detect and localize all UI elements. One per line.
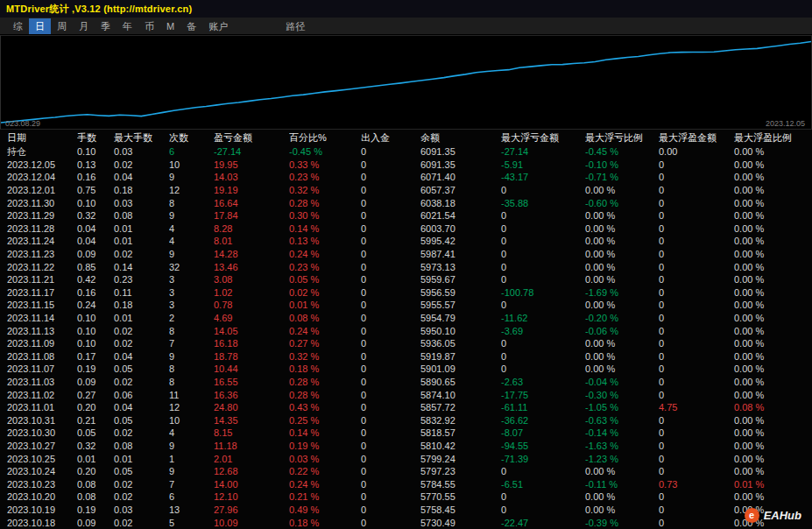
table-cell: 4: [169, 223, 214, 234]
table-cell: 3: [169, 300, 214, 310]
table-cell: 0.00 %: [734, 377, 812, 387]
table-row[interactable]: 2023.10.270.320.08911.180.19 %05810.42-9…: [7, 440, 812, 453]
menu-item-日[interactable]: 日: [29, 18, 51, 34]
table-row[interactable]: 2023.11.170.160.1131.020.02 %05956.59-10…: [7, 286, 812, 300]
table-row[interactable]: 2023.10.200.080.02612.100.21 %05770.5500…: [7, 490, 812, 504]
table-row[interactable]: 2023.11.230.090.02914.280.24 %05987.4100…: [7, 248, 812, 261]
table-row[interactable]: 2023.11.030.090.02816.550.28 %05890.65-2…: [7, 376, 812, 389]
table-row[interactable]: 2023.11.020.270.061116.360.28 %05874.10-…: [7, 388, 812, 401]
table-cell: 0: [501, 223, 585, 234]
table-row[interactable]: 2023.11.280.040.0148.280.14 %06003.7000.…: [7, 222, 812, 236]
table-row[interactable]: 2023.12.040.160.04914.030.23 %06071.40-4…: [7, 171, 812, 184]
table-row[interactable]: 2023.11.010.200.041224.800.43 %05857.72-…: [7, 401, 812, 414]
table-cell: 0.18 %: [289, 363, 361, 374]
table-cell: 5901.09: [420, 363, 501, 374]
table-row[interactable]: 2023.10.180.090.02510.090.18 %05730.49-2…: [7, 516, 812, 529]
table-cell: 0: [361, 159, 420, 170]
chart-start-date-label: 023.08.29: [5, 119, 40, 128]
table-cell: 0: [659, 249, 734, 259]
table-cell: 0.00 %: [734, 223, 812, 234]
table-cell: 0.05: [114, 415, 169, 426]
table-row[interactable]: 2023.11.290.320.08917.840.30 %06021.5400…: [7, 209, 812, 222]
equity-chart: 023.08.29 2023.12.05: [0, 35, 812, 130]
table-cell: 0.28 %: [289, 198, 361, 208]
table-row[interactable]: 2023.11.080.170.04918.780.32 %05919.8700…: [7, 350, 812, 363]
table-cell: 6057.37: [420, 185, 501, 195]
table-cell: 10: [169, 415, 214, 426]
table-row[interactable]: 2023.10.250.010.0112.010.03 %05799.24-71…: [7, 452, 812, 465]
menu-item-备[interactable]: 备: [180, 18, 202, 34]
table-cell: 0.00 %: [734, 454, 812, 464]
table-cell: 0: [361, 262, 420, 272]
table-cell: -0.20 %: [585, 313, 659, 323]
table-row[interactable]: 2023.11.130.100.02814.050.24 %05950.10-3…: [7, 324, 812, 337]
menu-item-季[interactable]: 季: [95, 18, 117, 34]
table-row[interactable]: 2023.11.140.100.0124.690.08 %05954.79-11…: [7, 312, 812, 325]
table-cell: 0: [501, 300, 585, 310]
table-cell: -0.14 %: [585, 427, 659, 438]
table-cell: 19.19: [214, 185, 289, 195]
table-row[interactable]: 2023.11.240.040.0148.010.13 %05995.4200.…: [7, 235, 812, 248]
table-row[interactable]: 2023.12.010.750.181219.190.32 %06057.370…: [7, 184, 812, 197]
table-cell: 13.46: [214, 262, 289, 272]
table-cell: 0.03: [114, 146, 169, 157]
menu-item-月[interactable]: 月: [73, 18, 95, 34]
table-cell: 0.00 %: [734, 274, 812, 285]
table-cell: 0: [659, 185, 734, 195]
table-row[interactable]: 2023.10.240.200.05912.680.22 %05797.2300…: [7, 465, 812, 478]
table-cell: 0.10: [77, 326, 114, 336]
table-row[interactable]: 2023.10.310.210.051014.350.25 %05832.92-…: [7, 413, 812, 427]
table-cell: 0.20: [77, 466, 114, 476]
menu-item-币[interactable]: 币: [138, 18, 160, 34]
title-bar: MTDriver统计 ,V3.12 (http://mtdriver.cn): [0, 0, 812, 18]
table-row[interactable]: 2023.10.300.050.0248.150.14 %05818.57-8.…: [7, 427, 812, 440]
menu-item-综[interactable]: 综: [7, 18, 29, 34]
menu-item-年[interactable]: 年: [117, 18, 138, 34]
menu-item-路径[interactable]: 路径: [279, 18, 311, 34]
table-row[interactable]: 2023.11.300.100.03816.640.28 %06038.18-3…: [7, 196, 812, 209]
table-cell: -1.63 %: [585, 441, 659, 451]
table-cell: 0: [501, 236, 585, 246]
table-row[interactable]: 2023.11.150.240.1830.780.01 %05955.5700.…: [7, 299, 812, 312]
table-cell: 0.00 %: [734, 338, 812, 349]
table-cell: 0: [361, 491, 420, 502]
eahub-label: EAHub: [764, 509, 801, 522]
table-row[interactable]: 持仓0.100.036-27.14-0.45 %06091.35-27.14-0…: [7, 145, 812, 159]
table-cell: -0.60 %: [585, 198, 659, 208]
table-cell: 0: [659, 287, 734, 298]
menu-item-M[interactable]: M: [160, 18, 180, 34]
table-cell: 17.84: [214, 210, 289, 221]
table-cell: 2023.10.19: [7, 504, 77, 515]
table-row[interactable]: 2023.11.070.190.05810.440.18 %05901.0900…: [7, 363, 812, 376]
table-cell: 0.02: [114, 518, 169, 528]
table-cell: 0.00 %: [734, 236, 812, 246]
table-cell: 5995.42: [420, 236, 501, 246]
menu-item-周[interactable]: 周: [51, 18, 73, 34]
table-cell: 持仓: [7, 145, 77, 159]
column-header-count: 次数: [169, 131, 214, 145]
column-header-balance: 余额: [420, 131, 501, 145]
table-cell: 0: [361, 274, 420, 285]
table-cell: 5959.67: [420, 274, 501, 285]
table-cell: 0.02: [114, 338, 169, 349]
table-cell: 5784.55: [420, 479, 501, 490]
table-cell: 0.49 %: [289, 504, 361, 515]
table-cell: 14.28: [214, 249, 289, 259]
menu-bar: 综日周月季年币M备账户路径: [0, 18, 812, 35]
table-cell: 2023.11.01: [7, 402, 77, 413]
table-cell: 0.00 %: [585, 262, 659, 272]
table-cell: 5818.57: [420, 427, 501, 438]
table-cell: 0.04: [114, 351, 169, 362]
table-cell: 4: [169, 427, 214, 438]
table-row[interactable]: 2023.11.210.420.2333.080.05 %05959.6700.…: [7, 273, 812, 286]
table-cell: 0: [501, 210, 585, 221]
table-row[interactable]: 2023.11.090.100.02716.180.27 %05936.0500…: [7, 337, 812, 350]
table-cell: 0.09: [77, 377, 114, 387]
menu-item-账户[interactable]: 账户: [202, 18, 234, 34]
table-row[interactable]: 2023.10.190.190.031327.960.49 %05758.450…: [7, 504, 812, 517]
chart-end-date-label: 2023.12.05: [766, 119, 805, 128]
table-row[interactable]: 2023.11.220.850.143213.460.23 %05973.130…: [7, 260, 812, 273]
table-row[interactable]: 2023.10.230.080.02714.000.24 %05784.55-6…: [7, 477, 812, 490]
table-row[interactable]: 2023.12.050.130.021019.950.33 %06091.35-…: [7, 159, 812, 172]
table-cell: 5973.13: [420, 262, 501, 272]
